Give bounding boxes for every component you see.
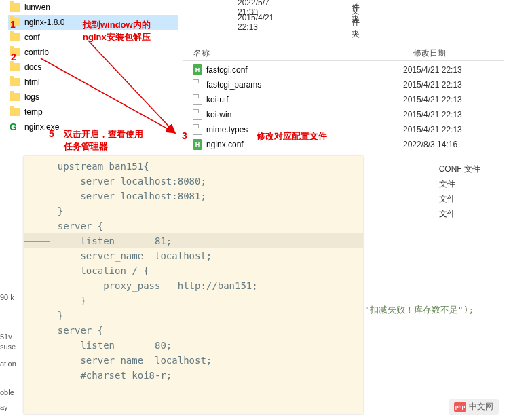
- file-date: 2015/4/21 22:13: [403, 80, 462, 90]
- code-line: #charset koi8-r;: [24, 368, 363, 383]
- code-line: server {: [24, 218, 363, 233]
- file-name: fastcgi.conf: [206, 65, 248, 75]
- php-logo-icon: php: [454, 402, 466, 412]
- column-date[interactable]: 修改日期: [413, 47, 504, 59]
- folder-icon: [10, 93, 20, 101]
- file-date: 2022/8/3 14:16: [403, 140, 457, 149]
- file-name: html: [24, 77, 40, 87]
- code-line: location / {: [24, 263, 363, 278]
- file-name: nginx.conf: [206, 140, 244, 149]
- file-row[interactable]: fastcgi_params2015/4/21 22:13: [183, 77, 504, 92]
- code-line: upstream ban151{: [24, 159, 363, 174]
- edge-label: 51v: [0, 332, 12, 341]
- file-date: 2015/4/21 22:13: [403, 110, 462, 119]
- edge-label: 90 k: [0, 293, 14, 301]
- file-row[interactable]: temp: [8, 104, 178, 119]
- watermark-text: 中文网: [469, 401, 493, 413]
- watermark: php 中文网: [449, 399, 499, 415]
- file-type-label: 文件: [439, 191, 480, 206]
- file-name: docs: [24, 62, 41, 72]
- file-type-label: 文件: [439, 176, 480, 191]
- edge-label: ation: [0, 360, 16, 368]
- column-name[interactable]: 名称: [193, 47, 413, 59]
- folder-icon: [10, 63, 20, 71]
- bg-code-snippet: "扣减失败！库存数不足");: [364, 304, 474, 316]
- annotation-1: 1: [10, 19, 16, 30]
- file-icon: [193, 94, 202, 105]
- file-type: 文件夹: [352, 5, 360, 40]
- file-row[interactable]: koi-win2015/4/21 22:13: [183, 107, 504, 122]
- file-row[interactable]: koi-utf2015/4/21 22:13: [183, 92, 504, 107]
- file-type-label: CONF 文件: [439, 161, 480, 176]
- file-icon: [193, 124, 202, 135]
- file-row[interactable]: lunwen2022/5/7 21:30文件夹: [8, 0, 178, 15]
- code-line: }: [24, 293, 363, 308]
- file-icon: [193, 109, 202, 120]
- folder-icon: [10, 33, 20, 41]
- file-icon: [193, 79, 202, 90]
- folder-icon: [10, 3, 20, 12]
- edge-label: suse: [0, 343, 16, 351]
- conf-file-icon: H: [193, 139, 202, 150]
- file-date: 2015/4/21 22:13: [403, 125, 462, 134]
- file-row[interactable]: Hnginx.conf2022/8/3 14:16: [183, 137, 504, 152]
- annotation-1-text: 找到window内的 nginx安装包解压: [83, 19, 151, 43]
- annotation-2: 2: [11, 52, 16, 62]
- file-name: lunwen: [24, 3, 50, 12]
- code-line: }: [24, 204, 363, 218]
- file-date: 2015/4/21 22:13: [403, 95, 462, 104]
- exe-icon: [10, 121, 20, 132]
- file-name: koi-win: [206, 110, 231, 119]
- file-name: temp: [24, 107, 43, 117]
- annotation-3: 3: [182, 130, 187, 141]
- code-line: }: [24, 308, 363, 323]
- file-row[interactable]: Hfastcgi.conf2015/4/21 22:13: [183, 62, 504, 77]
- code-line: listen 80;: [24, 338, 363, 353]
- code-line: server {: [24, 323, 363, 338]
- code-line: server_name localhost;: [24, 353, 363, 368]
- annotation-5-text: 双击开启，查看使用 任务管理器: [64, 128, 143, 153]
- code-line: listen 81;: [24, 233, 363, 248]
- code-line: proxy_pass http://ban151;: [24, 278, 363, 293]
- file-row[interactable]: logs: [8, 90, 178, 104]
- edge-label: oble: [0, 388, 14, 396]
- file-row[interactable]: docs: [8, 60, 178, 75]
- code-editor[interactable]: upstream ban151{ server localhost:8080; …: [24, 156, 363, 414]
- annotation-5: 5: [49, 128, 54, 139]
- file-name: conf: [24, 33, 40, 42]
- edge-label: ay: [0, 403, 8, 411]
- file-row[interactable]: mime.types2015/4/21 22:13: [183, 122, 504, 137]
- file-name: nginx-1.8.0: [24, 18, 64, 27]
- file-row[interactable]: contrib: [8, 45, 178, 60]
- code-line: server_name localhost;: [24, 248, 363, 263]
- annotation-3-text: 修改对应配置文件: [257, 130, 327, 142]
- file-name: contrib: [24, 47, 49, 57]
- code-line: server localhost:8080;: [24, 174, 363, 189]
- file-type-label: 文件: [439, 206, 480, 221]
- code-line: server localhost:8081;: [24, 189, 363, 204]
- file-date: 2015/4/21 22:13: [403, 65, 462, 75]
- file-row[interactable]: html: [8, 75, 178, 90]
- conf-file-icon: H: [193, 64, 202, 75]
- file-name: koi-utf: [206, 95, 229, 104]
- file-name: fastcgi_params: [206, 80, 261, 90]
- file-name: mime.types: [206, 125, 248, 134]
- folder-icon: [10, 78, 20, 86]
- file-date: 2015/4/21 22:13: [238, 13, 273, 32]
- folder-icon: [10, 108, 20, 116]
- file-name: logs: [24, 92, 39, 102]
